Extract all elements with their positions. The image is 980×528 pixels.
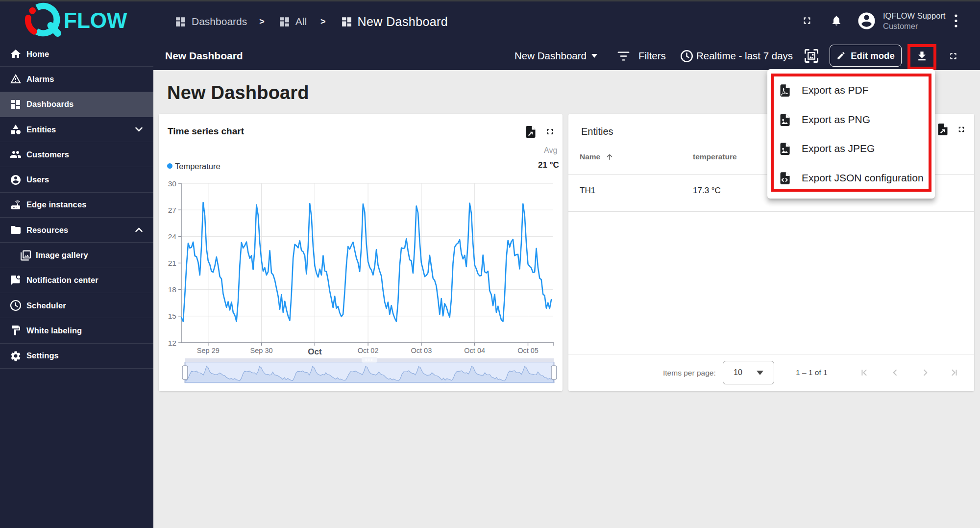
svg-text:Sep 30: Sep 30 <box>250 347 273 354</box>
svg-text:Oct 04: Oct 04 <box>464 347 485 354</box>
svg-text:Oct 03: Oct 03 <box>411 347 432 354</box>
svg-text:12: 12 <box>168 338 176 347</box>
svg-text:30: 30 <box>168 179 177 187</box>
svg-text:18: 18 <box>168 285 176 294</box>
svg-text:Sep 29: Sep 29 <box>197 347 220 354</box>
svg-text:27: 27 <box>168 205 176 214</box>
svg-text:Oct 02: Oct 02 <box>358 347 379 354</box>
svg-text:21: 21 <box>168 259 176 267</box>
svg-text:15: 15 <box>168 312 176 320</box>
svg-text:FLOW: FLOW <box>64 8 127 32</box>
svg-text:24: 24 <box>168 232 177 240</box>
svg-text:Oct: Oct <box>308 347 322 356</box>
svg-text:Oct 05: Oct 05 <box>517 347 539 354</box>
